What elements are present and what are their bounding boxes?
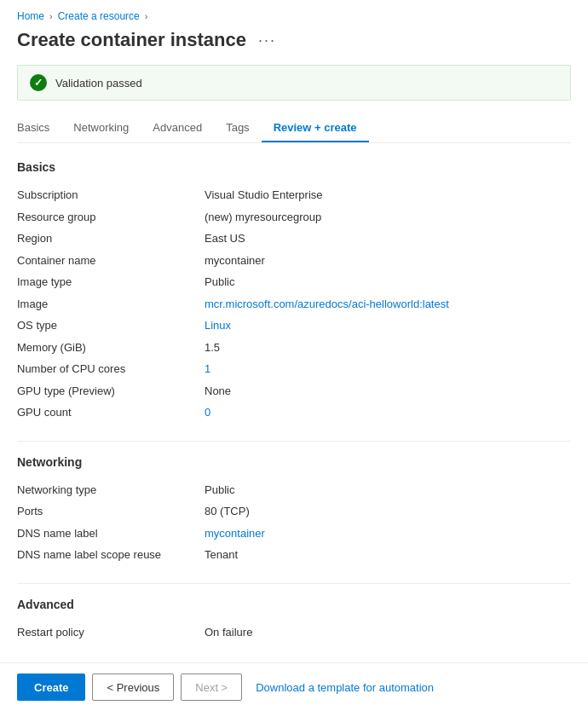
row-gpu-type: GPU type (Preview) None [17, 380, 571, 402]
label-gpu-count: GPU count [17, 404, 205, 421]
label-os-type: OS type [17, 317, 205, 334]
row-memory: Memory (GiB) 1.5 [17, 337, 571, 359]
row-container-name: Container name mycontainer [17, 250, 571, 272]
value-container-name: mycontainer [205, 252, 571, 269]
breadcrumb-home[interactable]: Home [17, 10, 44, 22]
label-container-name: Container name [17, 252, 205, 269]
label-memory: Memory (GiB) [17, 339, 205, 356]
value-memory: 1.5 [205, 339, 571, 356]
label-image-type: Image type [17, 274, 205, 291]
tab-review-create[interactable]: Review + create [262, 114, 369, 142]
row-gpu-count: GPU count 0 [17, 402, 571, 424]
next-button[interactable]: Next > [181, 673, 242, 701]
tab-basics[interactable]: Basics [17, 114, 61, 142]
row-region: Region East US [17, 228, 571, 250]
ellipsis-button[interactable]: ··· [253, 30, 281, 51]
validation-text: Validation passed [55, 77, 142, 90]
label-restart-policy: Restart policy [17, 624, 205, 641]
page-title: Create container instance [17, 29, 246, 51]
breadcrumb-create-resource[interactable]: Create a resource [58, 10, 140, 22]
row-dns-scope-reuse: DNS name label scope reuse Tenant [17, 544, 571, 566]
row-ports: Ports 80 (TCP) [17, 500, 571, 523]
networking-section: Networking Networking type Public Ports … [17, 455, 571, 566]
tab-bar: Basics Networking Advanced Tags Review +… [17, 114, 571, 143]
divider-2 [17, 583, 571, 584]
value-image: mcr.microsoft.com/azuredocs/aci-hellowor… [205, 296, 571, 313]
create-button[interactable]: Create [17, 673, 85, 701]
value-gpu-count: 0 [205, 404, 571, 421]
basics-section: Basics Subscription Visual Studio Enterp… [17, 160, 571, 424]
breadcrumb: Home › Create a resource › [17, 10, 571, 22]
label-resource-group: Resource group [17, 209, 205, 226]
value-os-type: Linux [205, 317, 571, 334]
row-resource-group: Resource group (new) myresourcegroup [17, 206, 571, 228]
value-cpu-cores: 1 [205, 361, 571, 378]
label-cpu-cores: Number of CPU cores [17, 361, 205, 378]
validation-check-icon [30, 74, 47, 91]
tab-advanced[interactable]: Advanced [141, 114, 214, 142]
download-template-link[interactable]: Download a template for automation [249, 681, 441, 694]
breadcrumb-separator-2: › [145, 11, 148, 21]
row-networking-type: Networking type Public [17, 479, 571, 501]
row-cpu-cores: Number of CPU cores 1 [17, 358, 571, 380]
value-resource-group: (new) myresourcegroup [205, 209, 571, 226]
label-ports: Ports [17, 503, 205, 520]
divider-1 [17, 441, 571, 442]
previous-button[interactable]: < Previous [92, 673, 174, 701]
tab-tags[interactable]: Tags [214, 114, 261, 142]
label-networking-type: Networking type [17, 482, 205, 499]
row-dns-name-label: DNS name label mycontainer [17, 523, 571, 545]
value-gpu-type: None [205, 383, 571, 400]
bottom-bar: Create < Previous Next > Download a temp… [0, 662, 588, 711]
row-subscription: Subscription Visual Studio Enterprise [17, 184, 571, 206]
advanced-section: Advanced Restart policy On failure [17, 598, 571, 644]
validation-banner: Validation passed [17, 65, 571, 101]
label-subscription: Subscription [17, 187, 205, 204]
value-region: East US [205, 230, 571, 247]
value-dns-name-label: mycontainer [205, 525, 571, 542]
value-image-type: Public [205, 274, 571, 291]
value-dns-scope-reuse: Tenant [205, 546, 571, 564]
value-networking-type: Public [205, 482, 571, 499]
value-subscription: Visual Studio Enterprise [205, 187, 571, 204]
label-dns-name-label: DNS name label [17, 525, 205, 542]
label-image: Image [17, 296, 205, 313]
row-os-type: OS type Linux [17, 315, 571, 337]
label-region: Region [17, 230, 205, 247]
label-dns-scope-reuse: DNS name label scope reuse [17, 546, 205, 564]
networking-section-title: Networking [17, 455, 571, 469]
value-restart-policy: On failure [205, 624, 571, 641]
row-image: Image mcr.microsoft.com/azuredocs/aci-he… [17, 293, 571, 315]
breadcrumb-separator-1: › [49, 11, 53, 21]
value-ports: 80 (TCP) [205, 503, 571, 520]
tab-networking[interactable]: Networking [61, 114, 141, 142]
label-gpu-type: GPU type (Preview) [17, 383, 205, 400]
row-restart-policy: Restart policy On failure [17, 621, 571, 644]
row-image-type: Image type Public [17, 271, 571, 293]
advanced-section-title: Advanced [17, 598, 571, 611]
basics-section-title: Basics [17, 160, 571, 174]
